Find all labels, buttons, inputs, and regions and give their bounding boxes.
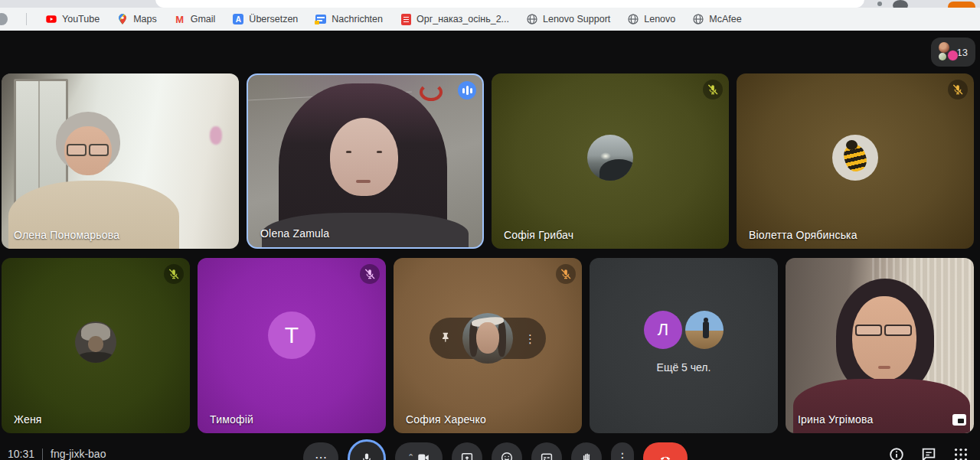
globe-icon xyxy=(627,13,639,25)
participant-name: Женя xyxy=(14,413,42,426)
avatar xyxy=(587,135,633,181)
bookmark-label: Lenovo Support xyxy=(543,14,610,24)
avatar xyxy=(685,311,724,349)
avatar xyxy=(832,135,878,181)
news-icon xyxy=(315,13,327,25)
youtube-icon xyxy=(45,13,57,25)
apps-grid-icon[interactable] xyxy=(952,446,969,460)
tile-row-2: Женя Т Тимофій ⋮ София Харечко xyxy=(2,258,974,433)
participants-avatar-cluster xyxy=(937,42,959,62)
mic-muted-icon xyxy=(164,264,184,284)
participant-figure xyxy=(67,144,108,156)
clock-time: 10:31 xyxy=(8,448,34,460)
meeting-details-button[interactable] xyxy=(888,446,905,460)
camera-button[interactable]: ⌃ xyxy=(395,442,443,460)
bookmark-lenovo[interactable]: Lenovo xyxy=(627,13,675,25)
audio-level-icon xyxy=(458,81,476,100)
meeting-code: fng-jixk-bao xyxy=(51,448,106,460)
mic-muted-icon xyxy=(556,264,576,284)
bookmark-label: Gmail xyxy=(191,14,216,24)
captions-button[interactable] xyxy=(531,442,562,460)
avatar-tile-sofiia-hrybach[interactable]: Софія Грибач xyxy=(492,73,729,249)
avatar-tile-sofiya-kharechko[interactable]: ⋮ София Харечко xyxy=(394,258,582,433)
reactions-button[interactable] xyxy=(492,442,522,460)
chevron-up-icon[interactable]: ⌃ xyxy=(407,452,414,460)
bookmark-label: YouTube xyxy=(62,14,100,24)
participant-figure xyxy=(855,325,912,336)
participant-name: Софія Грибач xyxy=(504,229,573,241)
participant-name: София Харечко xyxy=(406,413,486,426)
bookmark-star-icon[interactable] xyxy=(877,2,882,6)
bookmark-maps[interactable]: Maps xyxy=(116,13,157,25)
avatar-letter: Л xyxy=(644,311,682,349)
overflow-avatar-cluster: Л xyxy=(644,311,724,349)
audio-options-button[interactable]: ⋯ xyxy=(303,442,338,460)
picture-in-picture-icon[interactable] xyxy=(952,414,966,426)
avatar xyxy=(75,321,116,363)
bookmarks-separator xyxy=(26,13,27,25)
bookmark-mcafee[interactable]: McAfee xyxy=(692,13,741,25)
bookmarks-bar: YouTube Maps M Gmail A Übersetzen Nachri… xyxy=(0,8,980,31)
globe-icon xyxy=(692,13,704,25)
video-tile-olena-ponomarova[interactable]: Олена Пономарьова xyxy=(2,73,239,249)
bookmark-label: Lenovo xyxy=(644,14,675,24)
mic-button[interactable] xyxy=(348,439,386,460)
bookmark-gmail[interactable]: M Gmail xyxy=(174,13,216,25)
mic-muted-icon xyxy=(948,80,968,100)
participant-figure xyxy=(852,296,916,380)
video-tile-olena-zamula-speaking[interactable]: Olena Zamula xyxy=(247,73,484,249)
participant-name: Ірина Угрімова xyxy=(798,413,873,426)
panel-buttons xyxy=(888,446,969,460)
bookmark-label: Übersetzen xyxy=(249,14,298,24)
divider xyxy=(42,449,43,460)
translate-icon: A xyxy=(232,13,244,25)
bookmark-label: McAfee xyxy=(709,14,741,24)
cutoff-favicon[interactable] xyxy=(0,13,8,25)
bookmark-news[interactable]: Nachrichten xyxy=(315,13,383,25)
present-screen-button[interactable] xyxy=(452,442,482,460)
participant-name: Тимофій xyxy=(210,413,253,426)
tile-row-1: Олена Пономарьова Olena Zamula Софія Гри… xyxy=(2,73,974,249)
bookmark-label: Maps xyxy=(133,14,157,24)
pin-tile-button[interactable] xyxy=(439,331,452,347)
participant-name: Olena Zamula xyxy=(260,227,329,240)
address-bar[interactable] xyxy=(155,0,864,8)
participant-name: Віолетта Орябинська xyxy=(749,229,858,241)
raise-hand-button[interactable] xyxy=(571,442,602,460)
camera-icon xyxy=(416,451,430,460)
bookmark-label: Nachrichten xyxy=(332,14,383,24)
more-options-button[interactable]: ⋮ xyxy=(611,442,634,460)
globe-icon xyxy=(526,13,538,25)
bookmark-translate[interactable]: A Übersetzen xyxy=(232,13,298,25)
bookmark-youtube[interactable]: YouTube xyxy=(45,13,100,25)
bookmark-lenovo-support[interactable]: Lenovo Support xyxy=(526,13,610,25)
video-tile-iryna-uhrimova[interactable]: Ірина Угрімова xyxy=(786,258,974,433)
bookmark-label: Орг_наказ_осінь_2... xyxy=(416,14,509,24)
bookmark-pdf-document[interactable]: Орг_наказ_осінь_2... xyxy=(400,13,509,25)
participants-badge[interactable]: 13 xyxy=(931,38,975,67)
call-controls: ⋯ ⌃ ⋮ xyxy=(303,442,688,460)
participant-name: Олена Пономарьова xyxy=(14,229,119,241)
chat-button[interactable] xyxy=(920,446,937,460)
mic-muted-icon xyxy=(703,80,723,100)
gmail-icon: M xyxy=(174,13,186,25)
mic-muted-icon xyxy=(360,264,380,284)
tile-background xyxy=(210,126,222,145)
tile-more-options-button[interactable]: ⋮ xyxy=(524,333,536,344)
avatar-tile-zhenia[interactable]: Женя xyxy=(2,258,190,433)
browser-toolbar xyxy=(0,0,980,8)
overflow-count-label: Ещё 5 чел. xyxy=(590,361,778,374)
meet-stage: 13 Олена Пономарьова Olena Zamula xyxy=(0,31,980,460)
overflow-tile-more-participants[interactable]: Л Ещё 5 чел. xyxy=(590,258,778,433)
participant-figure xyxy=(330,118,398,195)
meeting-info: 10:31 fng-jixk-bao xyxy=(8,448,106,460)
avatar xyxy=(462,313,513,364)
leave-call-button[interactable] xyxy=(643,442,688,460)
avatar-tile-violetta-oriabynska[interactable]: Віолетта Орябинська xyxy=(737,73,974,249)
avatar-tile-tymofii[interactable]: Т Тимофій xyxy=(198,258,386,433)
avatar-letter: Т xyxy=(268,312,315,359)
pdf-icon xyxy=(400,13,412,25)
maps-icon xyxy=(116,13,129,25)
